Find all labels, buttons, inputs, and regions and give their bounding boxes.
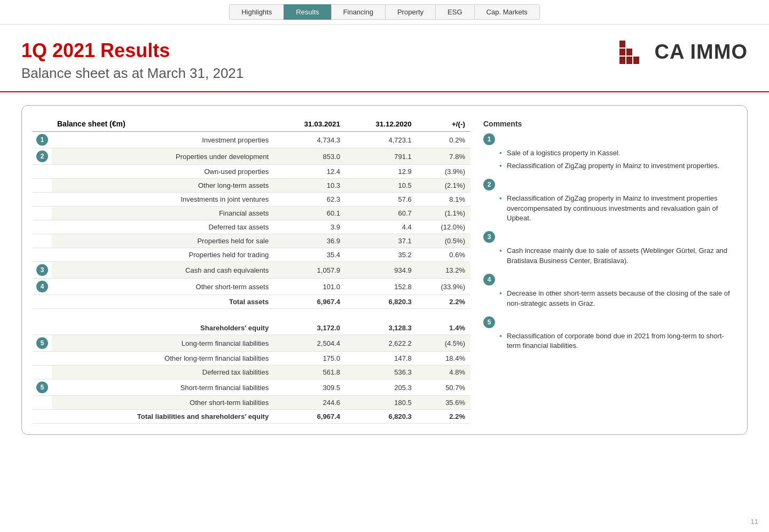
row-label: Other short-term liabilities (52, 396, 274, 410)
row-val1: 10.3 (274, 179, 346, 193)
svg-rect-5 (619, 41, 625, 47)
col-header-date2: 31.12.2020 (346, 116, 417, 132)
row-val1: 35.4 (274, 248, 346, 262)
row-val2: 536.3 (346, 366, 417, 379)
row-label: Total assets (52, 295, 274, 309)
row-val2: 35.2 (346, 248, 417, 262)
comments-blocks: 1Sale of a logistics property in Kassel.… (483, 133, 736, 351)
comment-item: Reclassification of ZigZag property in M… (499, 161, 736, 171)
row-val3: (1.1%) (417, 207, 470, 220)
col-header-date1: 31.03.2021 (274, 116, 346, 132)
row-val2: 4.4 (346, 220, 417, 234)
row-val2: 180.5 (346, 396, 417, 410)
tab-highlights[interactable]: Highlights (229, 4, 284, 20)
row-val1: 101.0 (274, 279, 346, 295)
row-val3: 2.2% (417, 410, 470, 424)
tab-cap-markets[interactable]: Cap. Markets (474, 4, 540, 20)
comment-item: Reclassification of corporate bond due i… (499, 331, 736, 352)
comment-badge-4: 4 (483, 274, 495, 285)
row-val3: (4.5%) (417, 335, 470, 352)
row-label: Long-term financial liabilities (52, 335, 274, 352)
row-val3: 1.4% (417, 321, 470, 335)
row-val1: 2,504.4 (274, 335, 346, 352)
comment-badge-3: 3 (483, 231, 495, 243)
svg-rect-1 (626, 57, 632, 64)
row-val3: (12.0%) (417, 220, 470, 234)
row-badge-5: 5 (36, 382, 48, 393)
row-val1: 4,734.3 (274, 132, 346, 148)
comment-block-4: 4Decrease in other short-term assets bec… (483, 274, 736, 309)
row-val2: 10.5 (346, 179, 417, 193)
comment-block-2: 2Reclassification of ZigZag property in … (483, 179, 736, 224)
comment-badge-2: 2 (483, 179, 495, 190)
svg-rect-0 (619, 57, 625, 64)
main-title: 1Q 2021 Results (21, 39, 244, 62)
table-container: Balance sheet (€m) 31.03.2021 31.12.2020… (21, 105, 748, 435)
row-val2: 3,128.3 (346, 321, 417, 335)
comments-section: Comments 1Sale of a logistics property i… (470, 116, 736, 424)
row-label: Properties held for sale (52, 234, 274, 248)
row-label: Shareholders' equity (52, 321, 274, 335)
comment-item: Decrease in other short-term assets beca… (499, 289, 736, 309)
row-val1: 244.6 (274, 396, 346, 410)
row-val2: 2,622.2 (346, 335, 417, 352)
svg-rect-4 (626, 49, 632, 55)
row-val1: 3,172.0 (274, 321, 346, 335)
tab-financing[interactable]: Financing (331, 4, 385, 20)
row-val1: 60.1 (274, 207, 346, 220)
row-label: Investment properties (52, 132, 274, 148)
row-val3: 0.6% (417, 248, 470, 262)
row-val2: 791.1 (346, 148, 417, 165)
header-titles: 1Q 2021 Results Balance sheet as at Marc… (21, 39, 244, 82)
tab-results[interactable]: Results (284, 4, 331, 20)
row-badge-2: 2 (36, 150, 48, 162)
row-val3: 0.2% (417, 132, 470, 148)
col-header-label: Balance sheet (€m) (52, 116, 274, 132)
page-number: 11 (751, 518, 758, 526)
logo-area: CA IMMO (619, 39, 748, 64)
page-header: 1Q 2021 Results Balance sheet as at Marc… (0, 25, 769, 92)
row-val1: 12.4 (274, 165, 346, 179)
row-label: Cash and cash equivalents (52, 262, 274, 279)
row-badge-1: 1 (36, 134, 48, 146)
comment-badge-1: 1 (483, 133, 495, 145)
row-label: Properties held for trading (52, 248, 274, 262)
tab-esg[interactable]: ESG (435, 4, 474, 20)
row-val2: 37.1 (346, 234, 417, 248)
row-val1: 62.3 (274, 193, 346, 207)
row-val3: (0.5%) (417, 234, 470, 248)
row-label: Own-used properties (52, 165, 274, 179)
row-val3: 2.2% (417, 295, 470, 309)
row-label: Deferred tax liabilities (52, 366, 274, 379)
row-badge-5: 5 (36, 337, 48, 349)
row-label: Properties under development (52, 148, 274, 165)
row-val1: 175.0 (274, 352, 346, 366)
comments-header: Comments (483, 116, 736, 133)
row-val2: 6,820.3 (346, 295, 417, 309)
row-val1: 561.8 (274, 366, 346, 379)
row-val1: 36.9 (274, 234, 346, 248)
row-val1: 6,967.4 (274, 295, 346, 309)
row-val2: 152.8 (346, 279, 417, 295)
row-val3: 13.2% (417, 262, 470, 279)
top-navigation: Highlights Results Financing Property ES… (0, 0, 769, 25)
comment-badge-5: 5 (483, 316, 495, 328)
row-badge-3: 3 (36, 264, 48, 276)
row-val3: 7.8% (417, 148, 470, 165)
row-val3: 35.6% (417, 396, 470, 410)
ca-immo-logo-icon (619, 39, 647, 64)
row-label: Investments in joint ventures (52, 193, 274, 207)
row-label: Financial assets (52, 207, 274, 220)
row-label: Other long-term financial liabilities (52, 352, 274, 366)
row-val3: 18.4% (417, 352, 470, 366)
tab-property[interactable]: Property (385, 4, 435, 20)
row-val1: 309.5 (274, 379, 346, 396)
row-badge-4: 4 (36, 281, 48, 292)
row-val1: 853.0 (274, 148, 346, 165)
row-val2: 205.3 (346, 379, 417, 396)
row-val3: (33.9%) (417, 279, 470, 295)
row-val1: 6,967.4 (274, 410, 346, 424)
main-content: Balance sheet (€m) 31.03.2021 31.12.2020… (0, 92, 769, 448)
row-val3: 8.1% (417, 193, 470, 207)
row-val2: 147.8 (346, 352, 417, 366)
